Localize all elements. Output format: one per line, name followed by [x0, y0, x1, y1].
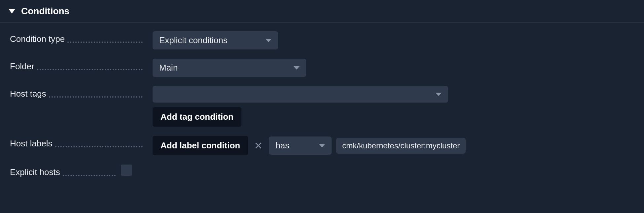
value-cell — [116, 165, 634, 176]
dots-filler — [55, 146, 143, 147]
label-cell: Condition type — [10, 31, 143, 44]
dots-filler — [67, 42, 143, 43]
section-title: Conditions — [21, 6, 69, 16]
row-condition-type: Condition type Explicit conditions — [10, 31, 634, 49]
dropdown-value: has — [275, 140, 289, 151]
caret-down-icon — [294, 66, 300, 70]
remove-label-icon[interactable]: ✕ — [253, 139, 264, 152]
label-cell: Host labels — [10, 136, 143, 149]
dropdown-value: Explicit conditions — [159, 35, 228, 46]
dots-filler — [49, 96, 143, 98]
dropdown-value: Main — [159, 63, 178, 73]
value-cell: Main — [143, 59, 634, 77]
label-folder: Folder — [10, 61, 34, 72]
dots-filler — [63, 175, 116, 176]
condition-type-dropdown[interactable]: Explicit conditions — [153, 31, 278, 49]
host-tags-stack: Add tag condition — [153, 86, 448, 127]
label-cell: Host tags — [10, 86, 143, 99]
label-cell: Explicit hosts — [10, 165, 116, 177]
row-explicit-hosts: Explicit hosts — [10, 165, 634, 177]
label-cell: Folder — [10, 59, 143, 72]
label-operator-dropdown[interactable]: has — [269, 137, 332, 155]
dots-filler — [37, 69, 143, 70]
collapse-triangle-icon[interactable] — [9, 9, 15, 14]
explicit-hosts-checkbox[interactable] — [121, 165, 132, 176]
caret-down-icon — [436, 93, 442, 96]
add-tag-condition-button[interactable]: Add tag condition — [153, 107, 241, 127]
row-host-labels: Host labels Add label condition ✕ has cm… — [10, 136, 634, 155]
add-label-condition-button[interactable]: Add label condition — [153, 136, 248, 155]
conditions-form: Condition type Explicit conditions Folde… — [0, 23, 644, 195]
label-host-tags: Host tags — [10, 89, 46, 99]
folder-dropdown[interactable]: Main — [153, 59, 306, 77]
row-host-tags: Host tags Add tag condition — [10, 86, 634, 127]
label-explicit-hosts: Explicit hosts — [10, 167, 60, 177]
caret-down-icon — [319, 144, 325, 147]
label-host-labels: Host labels — [10, 138, 53, 149]
value-cell: Add tag condition — [143, 86, 634, 127]
host-label-chip[interactable]: cmk/kubernetes/cluster:mycluster — [336, 138, 466, 154]
value-cell: Explicit conditions — [143, 31, 634, 49]
value-cell: Add label condition ✕ has cmk/kubernetes… — [143, 136, 634, 155]
host-tags-dropdown[interactable] — [153, 86, 448, 103]
label-condition-type: Condition type — [10, 34, 65, 44]
caret-down-icon — [266, 39, 271, 42]
section-header[interactable]: Conditions — [0, 0, 644, 23]
row-folder: Folder Main — [10, 59, 634, 77]
